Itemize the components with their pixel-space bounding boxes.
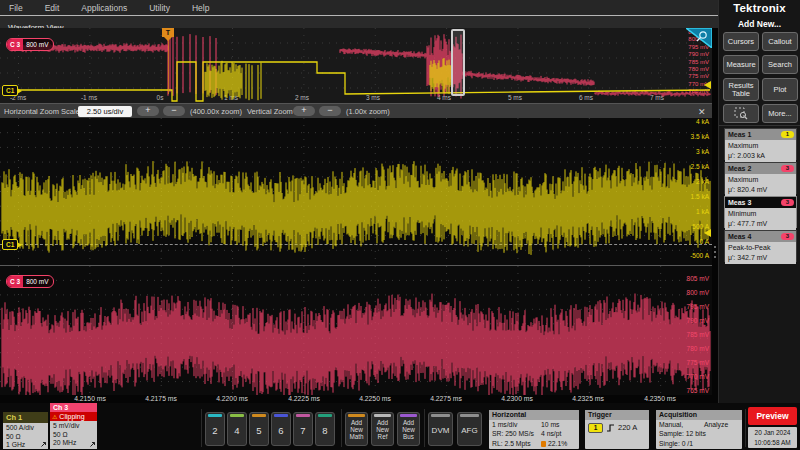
zoom-window-bracket[interactable] xyxy=(451,29,465,96)
trigger-position-marker[interactable]: T xyxy=(162,28,174,37)
channel-5-button[interactable]: 5 xyxy=(249,412,269,446)
channel-color-stripe xyxy=(296,414,310,417)
ch1-trigger-level-arrow[interactable] xyxy=(704,229,711,237)
h-zoom-plus-button[interactable]: + xyxy=(137,106,159,116)
overview-zoom-icon[interactable] xyxy=(686,28,712,48)
view-title-bar: Waveform View xyxy=(0,15,718,28)
ch3-settings-card[interactable]: Ch 3 ⚠ Clipping 5 mV/div 50 Ω 20 MHz xyxy=(50,403,97,449)
add-new-bus-button[interactable]: Add New Bus xyxy=(397,412,420,446)
group-separator xyxy=(201,409,202,447)
preview-button[interactable]: Preview xyxy=(748,407,797,425)
datetime-display[interactable]: 20 Jan 2024 10:06:58 AM xyxy=(748,427,797,448)
channel-number: 8 xyxy=(316,425,334,436)
meas-4-card[interactable]: Meas 4 3 Peak-to-Peak μ': 342.7 mV xyxy=(724,230,797,262)
ch3-chip: C 3 xyxy=(7,39,23,50)
clipping-label: Clipping xyxy=(59,413,84,420)
ch3-scale-value: 800 mV xyxy=(26,41,48,48)
overview-c1-badge[interactable]: C1 xyxy=(2,85,18,96)
results-table-button[interactable]: Results Table xyxy=(723,78,759,101)
menu-help[interactable]: Help xyxy=(192,3,209,13)
channel-6-button[interactable]: 6 xyxy=(271,412,291,446)
close-zoom-view-icon[interactable]: ✕ xyxy=(698,107,706,117)
h-zoom-minus-button[interactable]: − xyxy=(163,106,185,116)
meas-1-card[interactable]: Meas 1 1 Maximum μ': 2.003 kA xyxy=(724,128,797,160)
waveform-view-area: Waveform View C 3 800 mV C1 T 805 mV 800… xyxy=(0,15,718,403)
meas-3-header: Meas 3 3 xyxy=(725,197,796,208)
search-button[interactable]: Search xyxy=(762,55,798,74)
more-button[interactable]: More... xyxy=(762,104,798,123)
menu-utility[interactable]: Utility xyxy=(149,3,170,13)
horizontal-settings-panel[interactable]: Horizontal 1 ms/div10 ms SR: 250 MS/s4 n… xyxy=(489,410,579,449)
time-tick-label: 4.2350 ms xyxy=(638,395,682,402)
menu-applications[interactable]: Applications xyxy=(81,3,127,13)
channel-number: 7 xyxy=(294,425,312,436)
ch3-reference-badge[interactable]: C 3 800 mV xyxy=(6,275,54,288)
bottom-status-bar: Ch 1 500 A/div 50 Ω 1 GHz Ch 3 ⚠ Clippin… xyxy=(0,403,800,450)
cursors-button[interactable]: Cursors xyxy=(723,32,759,51)
position-marker-icon xyxy=(541,441,546,447)
meas-2-header: Meas 2 3 xyxy=(725,163,796,174)
acquisition-settings-panel[interactable]: Acquisition Manual,Analyze Sample: 12 bi… xyxy=(656,410,742,449)
meas-name: Meas 3 xyxy=(728,199,751,206)
channel-color-stripe xyxy=(318,414,332,417)
channel-7-button[interactable]: 7 xyxy=(293,412,313,446)
meas-source-badge: 3 xyxy=(781,233,794,240)
meas-type: Peak-to-Peak xyxy=(728,243,796,253)
meas-value: μ': 342.7 mV xyxy=(728,253,796,263)
channel-2-button[interactable]: 2 xyxy=(205,412,225,446)
trigger-level: 220 A xyxy=(618,423,637,432)
acquisition-mode: Manual, xyxy=(659,421,683,428)
group-separator xyxy=(424,409,425,447)
mask-test-button[interactable] xyxy=(723,104,759,123)
horizontal-zoom-scale-input[interactable]: 2.50 us/div xyxy=(78,106,132,117)
sample-rate: SR: 250 MS/s xyxy=(492,430,534,437)
add-new-math-button[interactable]: Add New Math xyxy=(345,412,368,446)
ch1-settings-card[interactable]: Ch 1 500 A/div 50 Ω 1 GHz xyxy=(3,412,48,449)
record-duration: 10 ms xyxy=(541,420,560,429)
v-zoom-factor: (1.00x zoom) xyxy=(346,107,390,116)
horizontal-scale: 1 ms/div xyxy=(492,421,517,428)
plot-button[interactable]: Plot xyxy=(762,78,798,101)
meas-2-body: Maximum μ': 820.4 mV xyxy=(725,174,796,196)
time-tick-label: 4.2325 ms xyxy=(566,395,610,402)
ch1-card-header: Ch 1 xyxy=(3,412,48,423)
lower-zoom-pane-ch3[interactable]: C 3 800 mV 805 mV 800 mV 795 mV 790 mV 7… xyxy=(0,265,712,395)
meas-value: μ': 477.7 mV xyxy=(728,219,796,229)
time-tick-label: 4.2175 ms xyxy=(139,395,183,402)
v-zoom-plus-button[interactable]: + xyxy=(293,106,315,116)
callout-button[interactable]: Callout xyxy=(762,32,798,51)
meas-2-card[interactable]: Meas 2 3 Maximum μ': 820.4 mV xyxy=(724,162,797,194)
add-new-ref-label: Add New Ref xyxy=(372,419,393,440)
menu-edit[interactable]: Edit xyxy=(45,3,60,13)
v-zoom-minus-button[interactable]: − xyxy=(319,106,341,116)
meas-1-body: Maximum μ': 2.003 kA xyxy=(725,140,796,162)
add-new-bus-label: Add New Bus xyxy=(398,419,419,440)
measure-button[interactable]: Measure xyxy=(723,55,759,74)
ch1-impedance: 50 Ω xyxy=(6,433,48,442)
overview-trigger-level-arrow[interactable] xyxy=(704,81,711,89)
menu-file[interactable]: File xyxy=(9,3,23,13)
afg-button[interactable]: AFG xyxy=(457,412,482,446)
meas-name: Meas 4 xyxy=(728,233,751,240)
add-new-ref-button[interactable]: Add New Ref xyxy=(371,412,394,446)
dvm-button[interactable]: DVM xyxy=(428,412,453,446)
trigger-settings-panel[interactable]: Trigger 1 220 A xyxy=(585,410,649,449)
meas-3-card[interactable]: Meas 3 3 Minimum μ': 477.7 mV xyxy=(724,196,797,228)
right-sidebar: Tektronix Add New... Cursors Callout Mea… xyxy=(718,0,800,450)
overview-ch3-badge[interactable]: C 3 800 mV xyxy=(6,38,54,51)
trigger-source-badge: 1 xyxy=(588,423,603,433)
meas-type: Minimum xyxy=(728,209,796,219)
add-new-title: Add New... xyxy=(719,19,800,29)
channel-4-button[interactable]: 4 xyxy=(227,412,247,446)
ch1-reference-badge[interactable]: C1 xyxy=(2,239,18,250)
analyze-label: Analyze xyxy=(704,420,728,429)
horizontal-zoom-scale-label: Horizontal Zoom Scale xyxy=(4,107,80,116)
channel-number: 6 xyxy=(272,425,290,436)
channel-8-button[interactable]: 8 xyxy=(315,412,335,446)
vertical-zoom-label: Vertical Zoom xyxy=(247,107,293,116)
channel-color-stripe xyxy=(252,414,266,417)
group-separator xyxy=(341,409,342,447)
overview-pane[interactable]: C 3 800 mV C1 T 805 mV 800 mV 795 mV 790… xyxy=(0,28,712,103)
main-zoom-pane-ch1[interactable]: 4 kA 3.5 kA 3 kA 2.5 kA 2 kA 1.5 kA 1 kA… xyxy=(0,118,712,265)
sidebar-drag-handle[interactable] xyxy=(712,246,717,258)
